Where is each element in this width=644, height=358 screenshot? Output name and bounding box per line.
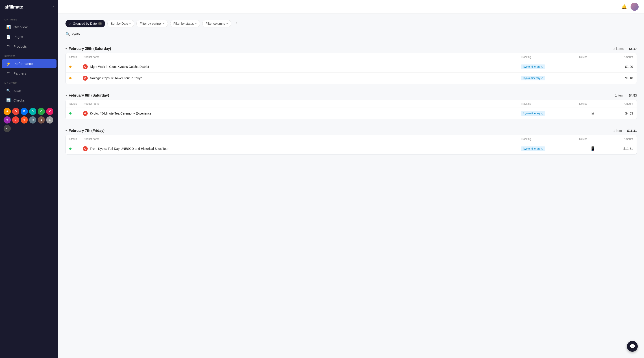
amount-cell: $1.00 [606,65,633,69]
sidebar-item-performance[interactable]: ⚡ Performance [2,59,56,68]
date-group-feb7: ▾ February 7th (Friday) 1 item $11.31 St… [66,126,637,154]
partner-icon-e[interactable]: E [46,116,53,123]
table-feb29: Status Product name Tracking Device Amou… [66,53,637,84]
sidebar: affilimate ‹ OPTIMIZE 📊 Overview 📄 Pages… [0,0,58,358]
date-group-title-feb8: ▾ February 8th (Saturday) [66,93,109,97]
group-total: $5.17 [629,47,637,51]
chat-button[interactable]: 💬 [627,341,638,352]
product-letter-g: G [83,146,88,151]
partner-icon-v3[interactable]: V [21,116,28,123]
sidebar-item-label: Partners [14,71,26,75]
product-letter-g: G [83,111,88,116]
col-product-name: Product name [83,56,521,59]
collapse-button[interactable]: ‹ [52,5,54,10]
partner-icon-b[interactable]: B [21,108,28,115]
grouped-by-date-chip[interactable]: ✓ Grouped by Date ✕ [66,20,105,27]
optimize-section-label: OPTIMIZE [0,14,58,22]
grouped-by-date-close[interactable]: ✕ [98,22,102,25]
partner-icon-s[interactable]: S [29,108,36,115]
item-count: 2 items [614,47,624,51]
col-tracking: Tracking [521,102,579,105]
user-avatar[interactable] [630,3,638,11]
sidebar-item-label: Performance [14,62,33,66]
table-feb8: Status Product name Tracking Device Amou… [66,100,637,119]
sort-by-date-chip[interactable]: Sort by Date ▾ [108,20,134,27]
partner-icon-v2[interactable]: V [4,116,11,123]
filter-by-partner-chip[interactable]: Filter by partner ▾ [136,20,168,27]
partners-icon: 🗂 [6,71,11,75]
partner-icon-r[interactable]: ? [12,116,19,123]
product-letter-g: G [83,76,88,81]
col-device: Device [579,102,606,105]
partner-icon-j[interactable]: J [38,116,45,123]
filter-by-status-label: Filter by status [174,22,194,25]
tracking-cell: /kyoto-itinerary ⬡ [521,64,579,69]
partner-icon-c[interactable]: C [38,108,45,115]
search-bar: 🔍 [66,32,155,38]
product-name: From Kyoto: Full-Day UNESCO and Historic… [90,147,168,150]
date-group-title-feb29: ▾ February 29th (Saturday) [66,47,111,51]
partner-icon-more[interactable]: ··· [4,125,11,132]
sort-chevron-icon: ▾ [130,22,131,25]
sidebar-item-checks[interactable]: 🔄 Checks [2,96,56,105]
notification-icon[interactable]: 🔔 [621,4,627,10]
partner-icon-v1[interactable]: V [46,108,53,115]
partner-icon-rp[interactable]: R [29,116,36,123]
main-area: 🔔 ✓ Grouped by Date ✕ Sort by Date ▾ Fil… [58,0,644,358]
group-chevron-icon: ▾ [66,94,67,97]
date-group-header-feb29[interactable]: ▾ February 29th (Saturday) 2 items $5.17 [66,45,637,53]
col-status: Status [69,137,83,141]
col-status: Status [69,56,83,59]
search-input[interactable] [72,32,139,36]
col-status: Status [69,102,83,105]
review-section-label: REVIEW [0,51,58,59]
checks-icon: 🔄 [6,98,11,102]
tracking-path: /kyoto-itinerary [523,65,540,68]
partner-icons-container: A G B S C V V ? V R J E ··· [0,105,58,135]
date-group-header-feb7[interactable]: ▾ February 7th (Friday) 1 item $11.31 [66,126,637,135]
product-name: Kyoto: 45-Minute Tea Ceremony Experience [90,112,151,115]
tracking-badge[interactable]: /kyoto-itinerary ⬡ [521,146,545,151]
date-group-meta-feb29: 2 items $5.17 [614,47,637,51]
group-total: $11.31 [627,129,637,132]
amount-cell: $11.31 [606,147,633,150]
scan-icon: 🔍 [6,88,11,93]
sidebar-item-overview[interactable]: 📊 Overview [2,23,56,32]
sidebar-item-products[interactable]: 🛍 Products [2,42,56,51]
group-total: $4.53 [629,94,637,97]
group-chevron-icon: ▾ [66,129,67,132]
sidebar-item-label: Scan [14,89,21,93]
device-cell: 🖥 [579,111,606,116]
logo: affilimate [4,5,23,10]
partner-icon-amazon[interactable]: A [4,108,11,115]
tracking-badge[interactable]: /kyoto-itinerary ⬡ [521,111,545,116]
monitor-section-label: MONITOR [0,78,58,86]
product-letter-g: G [83,64,88,69]
tracking-badge[interactable]: /kyoto-itinerary ⬡ [521,76,545,80]
amount-cell: $4.18 [606,76,633,80]
date-group-feb8: ▾ February 8th (Saturday) 1 item $4.53 S… [66,91,637,119]
more-options-button[interactable]: ⋮ [234,20,239,27]
date-group-header-feb8[interactable]: ▾ February 8th (Saturday) 1 item $4.53 [66,91,637,100]
filter-columns-chip[interactable]: Filter columns ▾ [202,20,231,27]
product-cell: G Nakagin Capsule Tower Tour in Tokyo [83,76,521,81]
partner-icon-google[interactable]: G [12,108,19,115]
date-label: February 8th (Saturday) [68,93,109,97]
table-row: G Night Walk in Gion: Kyoto's Geisha Dis… [66,61,636,73]
status-cell [69,77,83,79]
desktop-icon: 🖥 [591,111,595,116]
status-cell [69,147,83,150]
sidebar-header: affilimate ‹ [0,0,58,14]
date-group-feb29: ▾ February 29th (Saturday) 2 items $5.17… [66,45,637,84]
link-icon: ⬡ [541,112,543,115]
tracking-badge[interactable]: /kyoto-itinerary ⬡ [521,64,545,69]
sidebar-item-pages[interactable]: 📄 Pages [2,32,56,41]
sidebar-item-partners[interactable]: 🗂 Partners [2,69,56,78]
tracking-path: /kyoto-itinerary [523,112,540,115]
tracking-cell: /kyoto-itinerary ⬡ [521,76,579,80]
filter-by-status-chip[interactable]: Filter by status ▾ [170,20,200,27]
device-cell: 📱 [579,146,606,151]
sidebar-item-scan[interactable]: 🔍 Scan [2,86,56,95]
status-chevron-icon: ▾ [195,22,197,25]
performance-icon: ⚡ [6,62,11,66]
